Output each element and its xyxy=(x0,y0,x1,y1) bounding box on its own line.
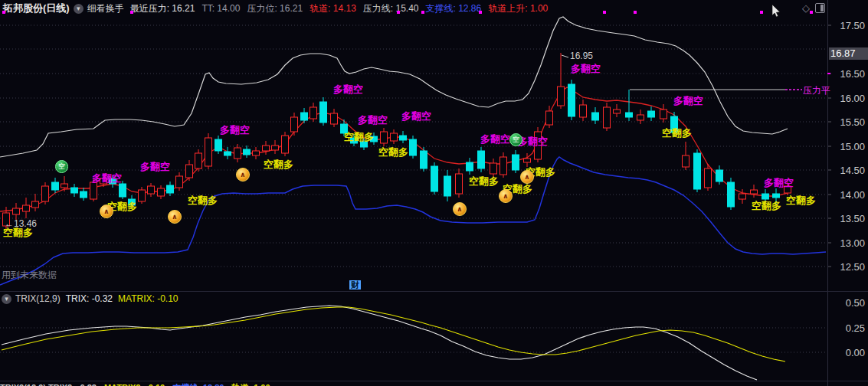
candle-body xyxy=(310,107,317,119)
magenta-dot xyxy=(2,11,5,14)
candle-body xyxy=(751,190,758,194)
magenta-dot xyxy=(479,11,482,14)
candle-body xyxy=(215,139,222,151)
magenta-dot xyxy=(421,11,424,14)
candle-body xyxy=(234,148,241,159)
candle-body xyxy=(421,151,427,168)
stat-item: 压力位: 16.21 xyxy=(247,3,303,14)
candle-body xyxy=(431,166,438,191)
clipped-indicator-row: TRIX2(12,9) TRIX2: -0.32MATRIX2: -0.10支撑… xyxy=(0,381,827,386)
candle-body xyxy=(205,138,212,166)
candle-body xyxy=(13,208,20,214)
candle-body xyxy=(71,188,78,193)
gold-coin-icon: ∧ xyxy=(520,170,534,184)
signal-label-duofankong: 多翻空 xyxy=(140,160,170,174)
stat-item: 轨道上升: 1.00 xyxy=(488,3,548,14)
candle-body xyxy=(558,87,565,106)
chart-canvas[interactable] xyxy=(0,0,868,386)
signal-label-duofankong: 多翻空 xyxy=(518,135,548,149)
clipped-text-fragment: 轨道: 1.00 xyxy=(231,383,270,386)
y-axis-label: 13.50 xyxy=(831,213,865,224)
clipped-text-fragment: TRIX2(12,9) TRIX2: -0.32 xyxy=(0,383,97,386)
candle-body xyxy=(705,168,712,188)
candle-body xyxy=(478,151,485,168)
stat-item: 支撑线: 12.86 xyxy=(426,3,482,14)
y-axis-label: 16.50 xyxy=(831,68,865,80)
gold-coin-icon: ∧ xyxy=(236,168,250,182)
stat-item: TT: 14.00 xyxy=(201,3,240,14)
candle-body xyxy=(52,182,59,190)
signal-label-kongfanduo: 空翻多 xyxy=(662,126,692,140)
signal-label-duofankong: 多翻空 xyxy=(764,176,794,190)
candle-body xyxy=(120,184,126,197)
clipped-text-fragment: 支撑线: 12.86 xyxy=(172,383,224,386)
lower-band-line xyxy=(0,157,826,285)
candle-body xyxy=(716,170,723,182)
candle-body xyxy=(301,113,308,120)
magenta-dot xyxy=(634,11,637,14)
indicator-name[interactable]: 细看换手 xyxy=(87,2,124,15)
chevron-down-icon[interactable]: ▾ xyxy=(2,294,11,304)
candle-body xyxy=(148,186,155,194)
trix-pane-header: ▾ TRIX(12,9) TRIX: -0.32 MATRIX: -0.10 xyxy=(2,293,179,304)
signal-label-duofankong: 多翻空 xyxy=(571,62,601,76)
candle-body xyxy=(176,176,183,188)
candle-body xyxy=(186,165,193,178)
candle-body xyxy=(167,185,174,193)
candle-body xyxy=(244,149,251,155)
symbol-title: 拓邦股份(日线) xyxy=(3,2,70,15)
candle-body xyxy=(224,152,231,155)
price-annotation: 16.95 xyxy=(570,51,593,61)
signal-label-duofankong: 多翻空 xyxy=(401,110,431,123)
candle-body xyxy=(291,117,298,132)
clipped-text-fragment: MATRIX2: -0.10 xyxy=(104,383,165,386)
candle-body xyxy=(32,201,39,208)
stat-item: 轨道: 14.13 xyxy=(310,3,356,14)
signal-label-kongfanduo: 空翻多 xyxy=(264,158,293,172)
signal-label-duofankong: 多翻空 xyxy=(673,94,703,108)
magenta-dot xyxy=(810,11,813,14)
candle-body xyxy=(195,153,202,168)
candle-body xyxy=(320,102,327,123)
green-kong-icon: 空 xyxy=(509,133,522,146)
signal-label-duofankong: 多翻空 xyxy=(92,172,122,185)
diamond-icon[interactable]: ◇ xyxy=(802,3,810,13)
candle-body xyxy=(381,132,388,143)
pane-divider[interactable] xyxy=(0,291,868,292)
candle-body xyxy=(158,188,165,196)
green-kong-icon: 空 xyxy=(55,160,68,173)
matrix-line xyxy=(2,307,785,361)
matrix-value: MATRIX: -0.10 xyxy=(118,293,178,304)
candle-body xyxy=(660,110,667,119)
axis-border xyxy=(827,0,828,386)
y-axis-label: 15.00 xyxy=(831,141,865,152)
trix-axis-label: 0.00 xyxy=(831,347,865,358)
candle-body xyxy=(614,110,621,113)
candle-body xyxy=(272,146,279,150)
magenta-dot xyxy=(760,11,763,14)
current-price-badge: 16.87 xyxy=(829,47,868,60)
candle-body xyxy=(739,194,746,199)
axis-magenta-tick xyxy=(827,73,830,74)
y-axis-label: 12.50 xyxy=(831,261,865,273)
trix-axis-label: 0.50 xyxy=(831,297,865,309)
candle-body xyxy=(61,184,68,188)
candle-body xyxy=(410,139,417,155)
gold-coin-icon: ∧ xyxy=(100,204,113,218)
cai-badge[interactable]: 财 xyxy=(349,280,361,290)
trix-indicator-name[interactable]: TRIX(12,9) xyxy=(15,293,61,304)
candle-body xyxy=(637,115,644,120)
candle-body xyxy=(762,194,769,199)
candle-body xyxy=(626,113,633,117)
signal-label-duofankong: 多翻空 xyxy=(480,132,510,146)
candle-body xyxy=(648,111,655,117)
candle-body xyxy=(444,176,451,196)
panel-icon[interactable] xyxy=(815,3,825,13)
chevron-down-icon[interactable]: ▾ xyxy=(74,4,84,14)
candle-body xyxy=(500,157,507,175)
indicator-stats: 最近压力: 16.21TT: 14.00压力位: 16.21轨道: 14.13压… xyxy=(130,2,555,15)
candle-body xyxy=(139,190,146,201)
candle-body xyxy=(400,136,407,140)
signal-label-kongfanduo: 空翻多 xyxy=(752,199,781,213)
signal-label-kongfanduo: 空翻多 xyxy=(469,175,499,188)
